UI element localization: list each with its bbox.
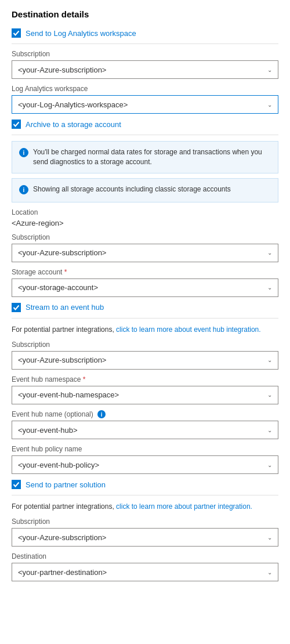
page-title: Destination details bbox=[12, 9, 278, 19]
event-hub-checkbox-row[interactable]: Stream to an event hub bbox=[12, 303, 278, 312]
storage-location-label: Location bbox=[12, 208, 278, 216]
storage-subscription-group: Subscription <your-Azure-subscription> ⌄ bbox=[12, 233, 278, 262]
storage-location-value: <Azure-region> bbox=[12, 219, 278, 227]
event-hub-subscription-group: Subscription <your-Azure-subscription> ⌄ bbox=[12, 341, 278, 370]
workspace-value: <your-Log-Analytics-workspace> bbox=[18, 100, 128, 109]
storage-info-text-2: Showing all storage accounts including c… bbox=[33, 184, 231, 194]
workspace-dropdown[interactable]: <your-Log-Analytics-workspace> ⌄ bbox=[12, 95, 278, 114]
divider-3 bbox=[12, 318, 278, 319]
log-analytics-subscription-chevron: ⌄ bbox=[267, 67, 272, 73]
event-hub-policy-group: Event hub policy name <your-event-hub-po… bbox=[12, 445, 278, 474]
storage-subscription-dropdown[interactable]: <your-Azure-subscription> ⌄ bbox=[12, 244, 278, 262]
event-hub-namespace-chevron: ⌄ bbox=[267, 392, 272, 398]
storage-checkbox-row[interactable]: Archive to a storage account bbox=[12, 120, 278, 129]
storage-subscription-label: Subscription bbox=[12, 233, 278, 241]
partner-destination-label: Destination bbox=[12, 552, 278, 560]
event-hub-subscription-dropdown[interactable]: <your-Azure-subscription> ⌄ bbox=[12, 351, 278, 370]
event-hub-name-dropdown[interactable]: <your-event-hub> ⌄ bbox=[12, 421, 278, 439]
event-hub-name-label: Event hub name (optional) i bbox=[12, 410, 278, 419]
event-hub-name-group: Event hub name (optional) i <your-event-… bbox=[12, 410, 278, 440]
info-icon-2: i bbox=[19, 185, 28, 196]
event-hub-namespace-value: <your-event-hub-namespace> bbox=[18, 390, 119, 399]
storage-account-group: Storage account * <your-storage-account>… bbox=[12, 268, 278, 297]
event-hub-partner-text: For potential partner integrations, clic… bbox=[12, 324, 278, 335]
log-analytics-subscription-dropdown[interactable]: <your-Azure-subscription> ⌄ bbox=[12, 60, 278, 79]
divider-1 bbox=[12, 44, 278, 44]
storage-info-text-1: You'll be charged normal data rates for … bbox=[33, 147, 271, 167]
event-hub-subscription-label: Subscription bbox=[12, 341, 278, 349]
workspace-group: Log Analytics workspace <your-Log-Analyt… bbox=[12, 85, 278, 114]
workspace-label: Log Analytics workspace bbox=[12, 85, 278, 93]
event-hub-namespace-group: Event hub namespace * <your-event-hub-na… bbox=[12, 375, 278, 404]
partner-subscription-label: Subscription bbox=[12, 518, 278, 526]
storage-subscription-chevron: ⌄ bbox=[267, 249, 272, 256]
svg-text:i: i bbox=[23, 187, 25, 193]
log-analytics-subscription-label: Subscription bbox=[12, 50, 278, 58]
partner-subscription-dropdown[interactable]: <your-Azure-subscription> ⌄ bbox=[12, 528, 278, 547]
event-hub-label: Stream to an event hub bbox=[26, 303, 104, 312]
partner-destination-dropdown[interactable]: <your-partner-destination> ⌄ bbox=[12, 563, 278, 581]
partner-subscription-chevron: ⌄ bbox=[267, 534, 272, 541]
partner-destination-chevron: ⌄ bbox=[267, 569, 272, 576]
storage-account-dropdown[interactable]: <your-storage-account> ⌄ bbox=[12, 278, 278, 297]
storage-account-chevron: ⌄ bbox=[267, 284, 272, 291]
event-hub-subscription-chevron: ⌄ bbox=[267, 357, 272, 363]
partner-solution-link[interactable]: click to learn more about partner integr… bbox=[116, 502, 252, 511]
event-hub-subscription-value: <your-Azure-subscription> bbox=[18, 356, 106, 364]
storage-info-box-2: i Showing all storage accounts including… bbox=[12, 178, 278, 202]
partner-subscription-value: <your-Azure-subscription> bbox=[18, 533, 106, 542]
storage-location-group: Location <Azure-region> bbox=[12, 208, 278, 227]
partner-destination-value: <your-partner-destination> bbox=[18, 568, 107, 577]
event-hub-namespace-dropdown[interactable]: <your-event-hub-namespace> ⌄ bbox=[12, 386, 278, 404]
event-hub-partner-link[interactable]: click to learn more about event hub inte… bbox=[116, 325, 260, 334]
event-hub-checkbox[interactable] bbox=[12, 303, 21, 312]
partner-solution-text: For potential partner integrations, clic… bbox=[12, 501, 278, 512]
info-icon-1: i bbox=[19, 148, 28, 159]
partner-subscription-group: Subscription <your-Azure-subscription> ⌄ bbox=[12, 518, 278, 547]
log-analytics-checkbox[interactable] bbox=[12, 28, 21, 38]
event-hub-policy-dropdown[interactable]: <your-event-hub-policy> ⌄ bbox=[12, 455, 278, 474]
log-analytics-subscription-value: <your-Azure-subscription> bbox=[18, 66, 106, 74]
storage-required-marker: * bbox=[62, 268, 67, 276]
storage-subscription-value: <your-Azure-subscription> bbox=[18, 248, 106, 257]
event-hub-name-value: <your-event-hub> bbox=[18, 426, 78, 435]
log-analytics-subscription-group: Subscription <your-Azure-subscription> ⌄ bbox=[12, 50, 278, 79]
event-hub-policy-label: Event hub policy name bbox=[12, 445, 278, 453]
divider-2 bbox=[12, 135, 278, 135]
storage-info-box-1: i You'll be charged normal data rates fo… bbox=[12, 141, 278, 173]
partner-destination-group: Destination <your-partner-destination> ⌄ bbox=[12, 552, 278, 581]
namespace-required-marker: * bbox=[81, 375, 85, 383]
storage-checkbox[interactable] bbox=[12, 120, 21, 129]
workspace-chevron: ⌄ bbox=[267, 102, 272, 108]
partner-solution-checkbox[interactable] bbox=[12, 480, 21, 489]
partner-solution-checkbox-row[interactable]: Send to partner solution bbox=[12, 480, 278, 489]
svg-text:i: i bbox=[23, 150, 25, 156]
event-hub-namespace-label: Event hub namespace * bbox=[12, 375, 278, 383]
storage-label: Archive to a storage account bbox=[26, 120, 121, 129]
storage-account-label: Storage account * bbox=[12, 268, 278, 276]
partner-solution-label: Send to partner solution bbox=[26, 480, 106, 489]
event-hub-policy-value: <your-event-hub-policy> bbox=[18, 461, 99, 469]
divider-4 bbox=[12, 495, 278, 495]
log-analytics-checkbox-row[interactable]: Send to Log Analytics workspace bbox=[12, 28, 278, 38]
log-analytics-label: Send to Log Analytics workspace bbox=[26, 29, 136, 38]
storage-account-value: <your-storage-account> bbox=[18, 283, 98, 292]
event-hub-name-chevron: ⌄ bbox=[267, 427, 272, 433]
event-hub-policy-chevron: ⌄ bbox=[267, 462, 272, 468]
hub-name-info-icon: i bbox=[97, 410, 106, 418]
